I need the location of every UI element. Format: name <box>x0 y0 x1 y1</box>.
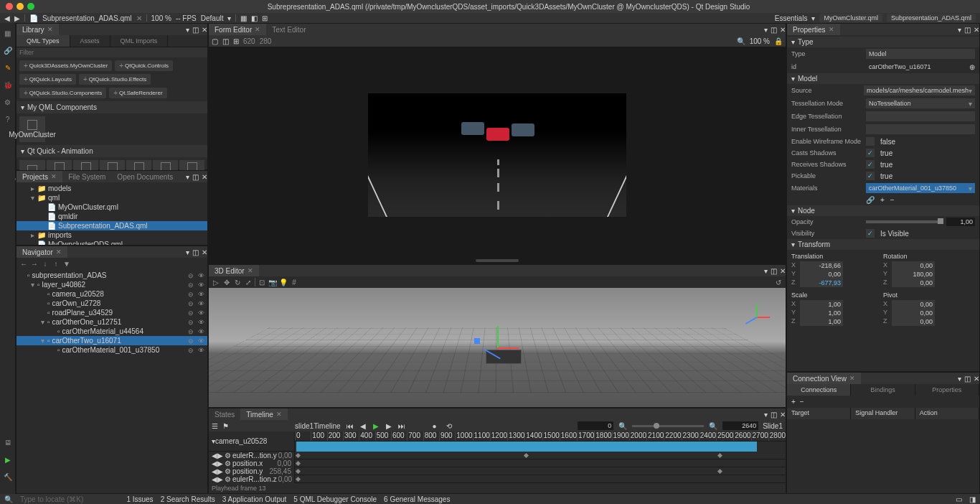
close-icon[interactable]: ✕ <box>780 26 786 34</box>
preset-label[interactable]: Default <box>201 14 224 22</box>
camera-tool-icon[interactable]: 📷 <box>268 278 277 286</box>
arrow-left-icon[interactable]: ← <box>19 259 28 268</box>
section-my-qml-components[interactable]: ▾My QML Components <box>17 101 207 113</box>
close-window-icon[interactable] <box>6 3 13 10</box>
section-animation[interactable]: ▾Qt Quick - Animation <box>17 145 207 157</box>
library-subtab-qml-types[interactable]: QML Types <box>17 35 70 47</box>
close-icon[interactable]: ✕ <box>51 173 57 180</box>
filesystem-tab[interactable]: File System <box>62 171 111 182</box>
close-icon[interactable]: ✕ <box>56 248 62 256</box>
current-file-label[interactable]: Subpresentation_ADAS.qml <box>42 14 132 22</box>
section-model[interactable]: ▾Model <box>787 73 979 84</box>
col-target[interactable]: Target <box>787 408 851 419</box>
import-chip[interactable]: +Quick3DAssets.MyOwnCluster <box>19 60 112 71</box>
timeline-tab[interactable]: Timeline✕ <box>240 409 287 420</box>
visibility-icon[interactable]: 👁 <box>198 272 204 279</box>
project-item[interactable]: ▾📁qml <box>17 193 207 202</box>
add-connection-icon[interactable]: + <box>791 398 796 406</box>
sidebar-toggle-icon[interactable]: ◨ <box>969 495 976 503</box>
property-field[interactable] <box>866 124 975 134</box>
split-icon[interactable]: ◫ <box>771 26 777 34</box>
status-issues[interactable]: 1 Issues <box>126 495 153 503</box>
progress-icon[interactable]: ▭ <box>956 495 962 503</box>
text-editor-tab[interactable]: Text Editor <box>266 24 311 35</box>
split-icon[interactable]: ◫ <box>192 26 199 34</box>
import-chip[interactable]: +QtQuick.Studio.Effects <box>79 74 151 85</box>
minimize-window-icon[interactable] <box>17 3 24 10</box>
status-output[interactable]: 3 Application Output <box>222 495 287 503</box>
close-icon[interactable]: ✕ <box>780 267 786 275</box>
gizmo-handle[interactable] <box>474 338 480 344</box>
track-object[interactable]: camera_u20528 <box>215 437 267 445</box>
export-icon[interactable]: ⊖ <box>188 347 194 354</box>
project-item[interactable]: 📄MyOwnclusterQDS.qml <box>17 240 207 245</box>
project-item[interactable]: 📄MyOwnCluster.qml <box>17 202 207 212</box>
3d-viewport[interactable] <box>209 288 786 407</box>
visibility-icon[interactable]: 👁 <box>198 309 204 317</box>
remove-icon[interactable]: − <box>890 196 895 204</box>
timeline-region[interactable] <box>296 442 757 452</box>
build-icon[interactable]: 🔨 <box>2 471 14 482</box>
component-item[interactable]: MyOwnCluster <box>19 116 45 142</box>
import-chip[interactable]: +QtQuick.Layouts <box>19 74 76 85</box>
close-icon[interactable]: ✕ <box>974 375 979 383</box>
export-icon[interactable]: ⊖ <box>188 272 194 279</box>
import-chip[interactable]: +QtQuick.Studio.Components <box>19 88 106 98</box>
lock-icon[interactable]: 🔒 <box>774 37 783 45</box>
collapse-icon[interactable]: ▾ <box>764 26 768 34</box>
orientation-widget[interactable] <box>743 302 771 331</box>
close-icon[interactable]: ✕ <box>202 173 207 181</box>
rotate-tool-icon[interactable]: ↻ <box>233 278 242 286</box>
to-end-icon[interactable]: ⏭ <box>397 421 407 431</box>
export-icon[interactable]: ⊖ <box>188 281 194 289</box>
form-editor-tab[interactable]: Form Editor✕ <box>209 24 266 35</box>
collapse-icon[interactable]: ▾ <box>958 26 961 34</box>
close-icon[interactable]: ✕ <box>248 267 253 274</box>
timeline-track[interactable]: ◀▶⚙position.y258,45 <box>209 467 294 475</box>
dropdown-icon[interactable]: ▾ <box>811 14 815 22</box>
splitter-handle[interactable] <box>476 259 519 262</box>
navigator-tab[interactable]: Navigator✕ <box>17 246 67 258</box>
scale-y[interactable] <box>800 309 843 317</box>
close-icon[interactable]: ✕ <box>47 26 53 33</box>
toggle-icon[interactable]: ▢ <box>212 37 218 45</box>
close-icon[interactable]: ✕ <box>276 411 282 418</box>
slider-icon[interactable] <box>632 425 704 427</box>
export-icon[interactable]: ⊖ <box>188 291 194 298</box>
rot-y[interactable] <box>892 270 935 279</box>
library-subtab-qml-imports[interactable]: QML Imports <box>110 35 169 47</box>
status-messages[interactable]: 6 General Messages <box>384 495 450 503</box>
navigator-item[interactable]: ▫carOtherMaterial_001_u37850⊖👁 <box>17 345 207 355</box>
export-icon[interactable]: ⊖ <box>188 328 194 335</box>
split-icon[interactable]: ◫ <box>771 411 777 419</box>
opacity-slider[interactable] <box>866 220 943 223</box>
connections-subtab[interactable]: Connections <box>787 384 851 396</box>
section-transform[interactable]: ▾Transform <box>787 239 979 250</box>
zoom-label[interactable]: 100 % <box>750 37 770 45</box>
export-icon[interactable]: ⊖ <box>188 337 194 345</box>
collapse-icon[interactable]: ▾ <box>186 173 189 181</box>
link-icon[interactable]: 🔗 <box>866 196 875 204</box>
id-field[interactable]: carOtherTwo_u16071 <box>866 62 966 72</box>
col-signal[interactable]: Signal Handler <box>851 408 915 419</box>
arrow-right-icon[interactable]: → <box>30 259 39 268</box>
col-action[interactable]: Action <box>915 408 979 419</box>
tool-icon[interactable]: ⚙ <box>2 96 14 108</box>
collapse-icon[interactable]: ▾ <box>764 411 768 419</box>
breadcrumb-file[interactable]: MyOwnCluster.qml <box>819 14 882 22</box>
section-type[interactable]: ▾Type <box>787 37 979 47</box>
select-tool-icon[interactable]: ▷ <box>212 278 220 286</box>
status-search[interactable]: 2 Search Results <box>161 495 215 503</box>
export-icon[interactable]: ⊕ <box>969 63 975 71</box>
zoom-icon[interactable]: 🔍 <box>737 37 745 45</box>
fit-tool-icon[interactable]: ⊡ <box>258 278 266 286</box>
prev-kf-icon[interactable]: ◀ <box>358 421 368 431</box>
loop-icon[interactable]: ⟲ <box>444 421 454 431</box>
type-field[interactable]: Model <box>866 49 975 59</box>
timeline-track[interactable]: ◀▶⚙eulerR...tion.z0,00 <box>209 475 294 483</box>
move-tool-icon[interactable]: ✥ <box>222 278 231 286</box>
grid-icon[interactable]: ▦ <box>2 27 14 39</box>
timeline-track[interactable]: ◀▶⚙eulerR...tion.y0,00 <box>209 452 294 459</box>
project-item[interactable]: ▸📁imports <box>17 230 207 240</box>
opacity-input[interactable] <box>946 218 975 226</box>
